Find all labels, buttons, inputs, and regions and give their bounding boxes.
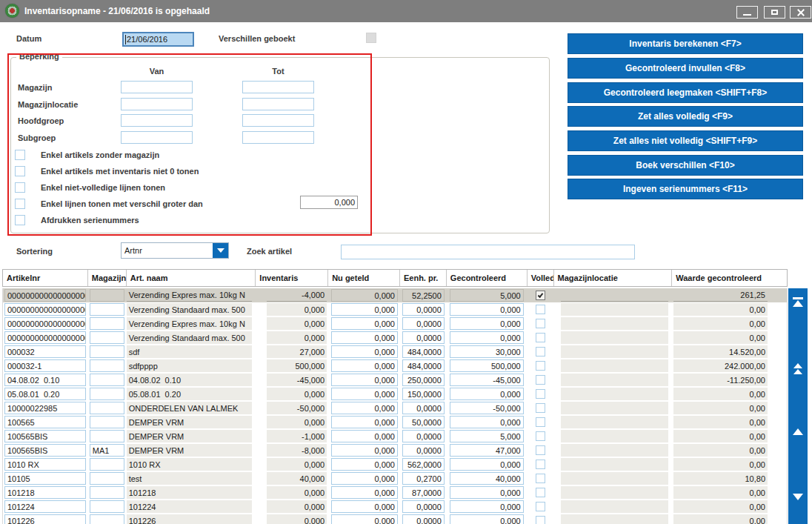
gecontroleerd-invullen-button[interactable]: Gecontroleerd invullen <F8> [568, 58, 803, 79]
gecontroleerd-leegmaken-button[interactable]: Gecontroleerd leegmaken <SHIFT+F8> [568, 82, 803, 103]
gecontroleerd-field[interactable]: 47,000 [450, 444, 524, 457]
eenh-field[interactable]: 484,0000 [402, 345, 445, 358]
magazijn-field[interactable] [90, 430, 124, 442]
hoofdgroep-tot-input[interactable] [242, 114, 314, 127]
table-row[interactable]: 000000000000000000Verzending Expres max.… [3, 288, 787, 302]
geteld-field[interactable]: 0,000 [331, 331, 398, 344]
artikelnr-field[interactable]: 10000022985 [4, 402, 86, 414]
artikelnr-field[interactable]: 000000000000000000 [4, 303, 86, 316]
scroll-down-button[interactable] [788, 487, 808, 506]
gecontroleerd-field[interactable]: 0,000 [450, 500, 524, 513]
gecontroleerd-field[interactable]: 0,000 [450, 388, 524, 400]
eenh-field[interactable]: 0,0000 [402, 430, 445, 442]
geteld-field[interactable]: 0,000 [331, 472, 398, 485]
gecontroleerd-field[interactable]: 0,000 [450, 514, 524, 524]
table-row[interactable]: 1012261012260,0000,0000,00000,0000,00 [3, 514, 787, 524]
artikelnr-field[interactable]: 000000000000000000 [4, 317, 86, 330]
table-row[interactable]: 100565DEMPER VRM0,0000,00050,00000,0000,… [3, 415, 787, 429]
volledig-checkbox[interactable] [536, 347, 545, 356]
gecontroleerd-field[interactable]: 5,000 [450, 289, 524, 302]
volledig-checkbox[interactable] [536, 319, 545, 328]
maximize-button[interactable] [764, 6, 785, 19]
magazijn-field[interactable] [90, 500, 124, 513]
subgroep-tot-input[interactable] [242, 131, 314, 144]
eenh-field[interactable]: 250,0000 [402, 374, 445, 386]
geteld-field[interactable]: 0,000 [331, 514, 398, 524]
volledig-checkbox[interactable] [536, 516, 545, 524]
verschil-groter-dan-input[interactable]: 0,000 [300, 196, 358, 209]
ingeven-serienummers-button[interactable]: Ingeven serienummers <F11> [568, 179, 803, 199]
volledig-checkbox[interactable] [536, 474, 545, 483]
verschil-groter-dan-checkbox[interactable] [15, 199, 25, 209]
table-row[interactable]: 1010 RX1010 RX0,0000,000562,00000,0000,0… [3, 457, 787, 471]
artikelnr-field[interactable]: 04.08.02 0.10 [4, 374, 86, 386]
gecontroleerd-field[interactable]: 0,000 [450, 317, 524, 330]
volledig-checkbox[interactable] [536, 333, 545, 342]
geteld-field[interactable]: 0,000 [331, 458, 398, 471]
eenh-field[interactable]: 50,0000 [402, 416, 445, 428]
volledig-checkbox[interactable] [536, 361, 545, 371]
gecontroleerd-field[interactable]: 0,000 [450, 416, 524, 428]
magazijnlocatie-van-input[interactable] [121, 98, 193, 110]
volledig-checkbox[interactable] [536, 389, 545, 399]
artikelnr-field[interactable]: 101224 [4, 500, 86, 513]
eenh-field[interactable]: 562,0000 [402, 458, 445, 471]
scroll-up-button[interactable] [788, 422, 808, 441]
magazijn-field[interactable] [90, 317, 124, 330]
datum-input[interactable]: 21/06/2016 [122, 32, 194, 47]
column-header-magazijnlocatie[interactable]: Magazijnlocatie [554, 270, 673, 286]
magazijn-van-input[interactable] [121, 81, 193, 93]
eenh-field[interactable]: 0,0000 [402, 317, 445, 330]
table-scrollbar[interactable] [788, 288, 808, 524]
artikelnr-field[interactable]: 000032-1 [4, 359, 86, 372]
geteld-field[interactable]: 0,000 [331, 359, 398, 372]
scroll-to-top-button[interactable] [788, 292, 808, 311]
magazijn-field[interactable] [90, 345, 124, 358]
artikelnr-field[interactable]: 100565 [4, 416, 86, 428]
eenh-field[interactable]: 484,0000 [402, 359, 445, 372]
magazijn-tot-input[interactable] [242, 81, 314, 93]
volledig-checkbox[interactable] [536, 375, 545, 385]
close-button[interactable] [790, 6, 811, 19]
artikelnr-field[interactable]: 100565BIS [4, 444, 86, 457]
column-header-artikelnr[interactable]: Artikelnr [3, 270, 88, 286]
column-header-magazijn[interactable]: Magazijn [88, 270, 127, 286]
volledig-checkbox[interactable] [536, 460, 545, 469]
inventaris-berekenen-button[interactable]: Inventaris berekenen <F7> [568, 33, 803, 54]
volledig-checkbox[interactable] [536, 305, 545, 314]
gecontroleerd-field[interactable]: 30,000 [450, 345, 524, 358]
column-header-art-naam[interactable]: Art. naam [127, 270, 256, 286]
geteld-field[interactable]: 0,000 [331, 388, 398, 400]
geteld-field[interactable]: 0,000 [331, 289, 398, 302]
gecontroleerd-field[interactable]: 500,000 [450, 359, 524, 372]
magazijn-field[interactable] [90, 388, 124, 400]
gecontroleerd-field[interactable]: -45,000 [450, 374, 524, 386]
eenh-field[interactable]: 150,0000 [402, 388, 445, 400]
table-row[interactable]: 100565BISDEMPER VRM-1,0000,0000,00005,00… [3, 429, 787, 443]
geteld-field[interactable]: 0,000 [331, 345, 398, 358]
column-header-inventaris[interactable]: Inventaris [256, 270, 328, 286]
gecontroleerd-field[interactable]: -50,000 [450, 402, 524, 414]
eenh-field[interactable]: 0,0000 [402, 444, 445, 457]
geteld-field[interactable]: 0,000 [331, 416, 398, 428]
table-row[interactable]: 04.08.02 0.1004.08.02 0.10-45,0000,00025… [3, 373, 787, 387]
zoek-artikel-input[interactable] [341, 245, 635, 259]
table-row[interactable]: 05.08.01 0.2005.08.01 0.200,0000,000150,… [3, 387, 787, 401]
magazijn-field[interactable]: MA1 [90, 444, 124, 457]
magazijn-field[interactable] [90, 303, 124, 316]
gecontroleerd-field[interactable]: 0,000 [450, 486, 524, 499]
geteld-field[interactable]: 0,000 [331, 430, 398, 442]
eenh-field[interactable]: 0,0000 [402, 402, 445, 414]
volledig-checkbox[interactable] [536, 488, 545, 497]
dropdown-button[interactable] [213, 243, 228, 258]
table-row[interactable]: 000032-1sdfpppp500,0000,000484,0000500,0… [3, 359, 787, 373]
page-up-button[interactable] [788, 359, 808, 378]
eenh-field[interactable]: 0,2700 [402, 472, 445, 485]
eenh-field[interactable]: 0,0000 [402, 331, 445, 344]
magazijn-field[interactable] [90, 359, 124, 372]
eenh-field[interactable]: 87,0000 [402, 486, 445, 499]
artikelnr-field[interactable]: 000000000000000000 [4, 289, 86, 302]
eenh-field[interactable]: 52,2500 [402, 289, 445, 302]
column-header-waarde-gecontroleerd[interactable]: Waarde gecontroleerd [672, 270, 787, 286]
column-header-gecontroleerd[interactable]: Gecontroleerd [447, 270, 528, 286]
